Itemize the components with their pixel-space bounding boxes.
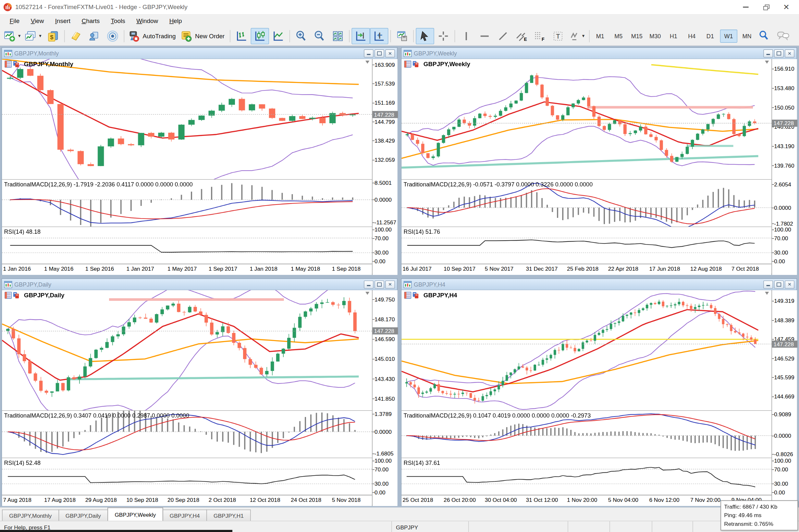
tab-gbpjpy-weekly[interactable]: GBPJPY,Weekly	[107, 507, 163, 521]
price-scale[interactable]: 156.910153.480150.050146.620143.190139.7…	[772, 59, 797, 275]
timeframe-h4[interactable]: H4	[683, 29, 700, 42]
chart-window-titlebar[interactable]: GBPJPY,H4 ✕	[401, 279, 796, 290]
timeframe-m5[interactable]: M5	[610, 29, 627, 42]
chart-minimize-button[interactable]	[763, 280, 773, 288]
time-axis[interactable]: 16 Jul 201710 Sep 20175 Nov 201731 Dec 2…	[401, 264, 771, 273]
search-icon[interactable]	[758, 30, 769, 42]
crosshair-tool-button[interactable]	[434, 28, 452, 44]
menu-file[interactable]: File	[4, 16, 25, 25]
chart-window-titlebar[interactable]: GBPJPY,Weekly ✕	[401, 48, 796, 59]
bar-chart-button[interactable]	[232, 28, 251, 44]
new-order-button[interactable]: New Order	[179, 28, 228, 44]
history-center-button[interactable]	[67, 28, 85, 44]
chart-window-titlebar[interactable]: GBPJPY,Daily ✕	[2, 279, 397, 290]
chart-plot-area[interactable]: 7 Aug 201817 Aug 201829 Aug 201810 Sep 2…	[2, 290, 373, 506]
menu-insert[interactable]: Insert	[50, 16, 76, 25]
chart-close-button[interactable]: ✕	[785, 280, 795, 288]
one-click-trading-icon[interactable]	[4, 61, 22, 68]
arrows-dropdown-icon[interactable]: ▼	[581, 34, 585, 38]
minimize-button[interactable]	[739, 3, 752, 12]
chart-plot-area[interactable]: 1 Jan 20161 May 20161 Sep 20161 Jan 2017…	[2, 59, 373, 275]
price-panel-canvas[interactable]	[401, 59, 771, 179]
chart-minimize-button[interactable]	[763, 49, 773, 57]
timeframe-mn[interactable]: MN	[738, 29, 756, 42]
chart-minimize-button[interactable]	[364, 49, 374, 57]
new-chart-button[interactable]: ▼	[2, 28, 23, 44]
cursor-tool-button[interactable]	[416, 28, 434, 44]
chart-close-button[interactable]: ✕	[385, 49, 395, 57]
tab-gbpjpy-daily[interactable]: GBPJPY,Daily	[58, 510, 108, 521]
fibonacci-tool-button[interactable]: F	[530, 28, 549, 44]
rsi-panel-canvas[interactable]	[2, 227, 372, 264]
rsi-panel-canvas[interactable]	[401, 227, 771, 264]
chart-restore-button[interactable]	[774, 280, 784, 288]
one-click-trading-icon[interactable]	[404, 61, 421, 68]
time-axis-label: 1 Sep 2016	[85, 266, 114, 272]
price-scale[interactable]: 163.909157.539151.169144.799138.429132.0…	[373, 59, 398, 275]
chart-window-titlebar[interactable]: GBPJPY,Monthly ✕	[2, 48, 397, 59]
timeframe-m15[interactable]: M15	[628, 29, 646, 42]
chat-icon[interactable]	[777, 30, 790, 42]
price-scale[interactable]: 149.319148.389147.459146.529145.599144.6…	[772, 290, 797, 506]
navigator-button[interactable]	[85, 28, 104, 44]
time-axis[interactable]: 7 Aug 201817 Aug 201829 Aug 201810 Sep 2…	[2, 495, 372, 505]
auto-scroll-button[interactable]	[351, 28, 370, 44]
tile-windows-button[interactable]	[328, 28, 347, 44]
price-scale[interactable]: 149.750148.170146.590145.010143.430141.8…	[373, 290, 398, 506]
chart-plot-area[interactable]: 16 Jul 201710 Sep 20175 Nov 201731 Dec 2…	[401, 59, 772, 275]
one-click-trading-icon[interactable]	[404, 292, 421, 299]
signals-button[interactable]	[104, 28, 122, 44]
zoom-out-button[interactable]	[310, 28, 329, 44]
chart-close-button[interactable]: ✕	[785, 49, 795, 57]
trendline-tool-button[interactable]	[494, 28, 512, 44]
rsi-panel-canvas[interactable]	[2, 458, 372, 495]
price-panel-canvas[interactable]	[2, 59, 372, 179]
market-watch-button[interactable]: $	[44, 28, 62, 44]
menu-help[interactable]: Help	[164, 16, 187, 25]
timeframe-w1[interactable]: W1	[720, 29, 737, 42]
price-panel-canvas[interactable]	[2, 290, 372, 411]
profiles-dropdown-icon[interactable]: ▼	[38, 34, 42, 38]
time-axis-label: 5 Nov 2018	[332, 497, 361, 503]
chart-minimize-button[interactable]	[364, 280, 374, 288]
price-panel-canvas[interactable]	[401, 290, 771, 411]
equidistant-channel-tool-button[interactable]: E	[512, 28, 531, 44]
tab-gbpjpy-h4[interactable]: GBPJPY,H4	[163, 510, 207, 521]
timeframe-m30[interactable]: M30	[647, 29, 664, 42]
time-axis-label: 20 Sep 2018	[167, 497, 199, 503]
line-chart-button[interactable]	[269, 28, 288, 44]
text-tool-button[interactable]: T	[549, 28, 567, 44]
timeframe-h1[interactable]: H1	[665, 29, 682, 42]
chart-restore-button[interactable]	[375, 280, 384, 288]
chart-restore-button[interactable]	[774, 49, 784, 57]
templates-button[interactable]	[393, 28, 411, 44]
chart-plot-area[interactable]: 25 Oct 201826 Oct 20:0030 Oct 04:0031 Oc…	[401, 290, 772, 506]
menu-view[interactable]: View	[25, 16, 50, 25]
horizontal-line-tool-button[interactable]	[475, 28, 494, 44]
one-click-trading-icon[interactable]	[4, 292, 22, 299]
new-chart-dropdown-icon[interactable]: ▼	[17, 34, 21, 38]
zoom-in-button[interactable]	[292, 28, 310, 44]
autotrading-button[interactable]: AutoTrading	[126, 28, 179, 44]
chart-close-button[interactable]: ✕	[385, 280, 395, 288]
svg-text:T: T	[556, 33, 560, 40]
close-button[interactable]: ✕	[780, 3, 793, 12]
chart-shift-button[interactable]	[370, 28, 388, 44]
rsi-panel-canvas[interactable]	[401, 458, 771, 495]
vertical-line-tool-button[interactable]	[457, 28, 475, 44]
timeframe-m1[interactable]: M1	[592, 29, 609, 42]
menu-window[interactable]: Window	[131, 16, 164, 25]
arrows-tool-button[interactable]: ▼	[567, 28, 587, 44]
tab-gbpjpy-monthly[interactable]: GBPJPY,Monthly	[2, 510, 59, 521]
chart-restore-button[interactable]	[375, 49, 384, 57]
time-axis[interactable]: 25 Oct 201826 Oct 20:0030 Oct 04:0031 Oc…	[401, 495, 771, 505]
tab-gbpjpy-h1[interactable]: GBPJPY,H1	[206, 510, 251, 521]
candlestick-chart-button[interactable]	[251, 28, 269, 44]
menu-tools[interactable]: Tools	[105, 16, 131, 25]
profiles-button[interactable]: ▼	[23, 28, 44, 44]
timeframe-d1[interactable]: D1	[702, 29, 719, 42]
menu-charts[interactable]: Charts	[76, 16, 105, 25]
price-tick-label: 143.430	[375, 376, 395, 382]
time-axis[interactable]: 1 Jan 20161 May 20161 Sep 20161 Jan 2017…	[2, 264, 372, 273]
restore-button[interactable]	[759, 3, 773, 12]
